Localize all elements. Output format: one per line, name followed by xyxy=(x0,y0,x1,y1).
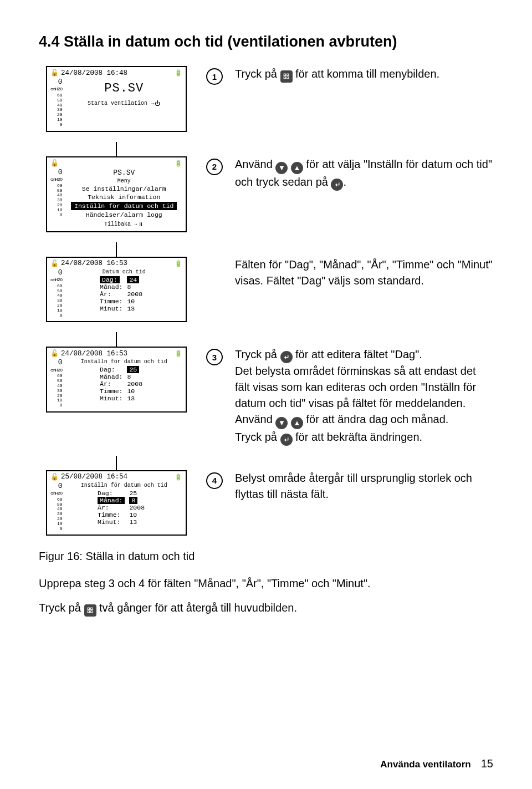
y-axis: 0 cmH2O 605040 302010 0 xyxy=(50,359,63,408)
enter-button-icon xyxy=(280,434,293,446)
svg-rect-6 xyxy=(88,611,89,613)
bottom-para-2: Tryck på två gånger för att återgå till … xyxy=(39,599,493,617)
screen-footer: Starta ventilation →⏻ xyxy=(88,99,160,107)
screen-timestamp: 24/08/2008 16:53 xyxy=(61,350,127,358)
step-2-text: Använd ▼ ▲ för att välja "Inställn för d… xyxy=(235,156,493,191)
screen-3-datetime: 🔓 24/08/2008 16:53 🔋 0 cmH2O 605040 3020… xyxy=(46,257,187,323)
step-badge-2: 2 xyxy=(206,159,223,175)
svg-rect-0 xyxy=(284,74,285,75)
lock-icon: 🔓 xyxy=(50,473,59,481)
battery-icon: 🔋 xyxy=(175,474,182,481)
datetime-table: Dag:25 Månad:8 År:2008 Timme:10 Minut:13 xyxy=(98,366,150,402)
down-button-icon: ▼ xyxy=(275,417,288,429)
svg-rect-3 xyxy=(287,77,289,79)
section-heading: 4.4 Ställa in datum och tid (ventilation… xyxy=(39,33,493,50)
screen-1-home: 🔓 24/08/2008 16:48 🔋 0 cmH2O 605040 3020… xyxy=(46,66,187,132)
svg-rect-5 xyxy=(91,608,93,610)
step-1-text: Tryck på för att komma till menybilden. xyxy=(235,66,493,83)
lock-icon: 🔓 xyxy=(50,259,59,268)
enter-button-icon xyxy=(331,179,343,191)
step-4-text: Tryck på för att editera fältet "Dag". D… xyxy=(235,347,493,445)
svg-rect-4 xyxy=(88,608,89,610)
step-5-text: Belyst område återgår till ursprunglig s… xyxy=(235,470,493,502)
svg-rect-7 xyxy=(91,611,93,613)
battery-icon: 🔋 xyxy=(175,160,182,167)
svg-rect-1 xyxy=(287,74,289,75)
datetime-table: Dag:25 Månad:8 År:2008 Timme:10 Minut:13 xyxy=(95,490,152,526)
mode-label: PS.SV xyxy=(104,78,144,98)
enter-button-icon xyxy=(280,351,293,363)
y-axis: 0 cmH2O 605040 302010 0 xyxy=(50,269,63,318)
datetime-table: Dag:24 Månad:8 År:2008 Timme:10 Minut:13 xyxy=(98,276,150,312)
bottom-para-1: Upprepa steg 3 och 4 för fälten "Månad",… xyxy=(39,575,493,592)
down-button-icon: ▼ xyxy=(275,162,288,174)
menu-button-icon xyxy=(280,70,293,83)
svg-rect-2 xyxy=(284,77,285,79)
menu-item: Händelser/alarm logg xyxy=(65,211,183,218)
lock-icon: 🔓 xyxy=(50,69,59,77)
battery-icon: 🔋 xyxy=(175,69,182,77)
screen-5-edit-month: 🔓 25/08/2008 16:54 🔋 0 cmH2O 605040 3020… xyxy=(46,470,187,536)
menu-button-icon xyxy=(84,604,96,617)
battery-icon: 🔋 xyxy=(175,350,182,357)
lock-icon: 🔓 xyxy=(50,349,59,358)
step-3-text: Fälten för "Dag", "Månad", "År", "Timme"… xyxy=(235,257,493,289)
up-button-icon: ▲ xyxy=(291,417,303,429)
battery-icon: 🔋 xyxy=(175,260,182,267)
lock-icon: 🔓 xyxy=(50,159,59,167)
screen-timestamp: 25/08/2008 16:54 xyxy=(61,473,127,481)
step-badge-1: 1 xyxy=(206,68,223,85)
step-badge-3: 3 xyxy=(206,349,223,365)
screen-timestamp: 24/08/2008 16:53 xyxy=(61,259,127,267)
y-axis: 0 cmH2O 605040 302010 0 xyxy=(50,482,63,532)
screen-footer: Tillbaka →⏸ xyxy=(104,220,144,228)
screen-4-edit-day: 🔓 24/08/2008 16:53 🔋 0 cmH2O 605040 3020… xyxy=(46,347,187,413)
y-axis: 0 cmH2O 605040 302010 0 xyxy=(50,169,63,228)
screen-2-menu: 🔓 🔋 0 cmH2O 605040 302010 0 PS.SV Meny S… xyxy=(46,156,187,232)
figure-caption: Figur 16: Ställa in datum och tid xyxy=(39,550,493,563)
step-badge-4: 4 xyxy=(206,472,223,489)
y-axis: 0 cmH2O 605040 302010 0 xyxy=(50,78,63,128)
screen-timestamp: 24/08/2008 16:48 xyxy=(61,69,127,77)
menu-item: Teknisk information xyxy=(65,194,183,201)
menu-item-highlighted: Inställn för datum och tid xyxy=(65,202,183,210)
menu-item: Se inställningar/alarm xyxy=(65,185,183,192)
up-button-icon: ▲ xyxy=(291,162,303,174)
page-footer: Använda ventilatorn 15 xyxy=(380,757,493,770)
